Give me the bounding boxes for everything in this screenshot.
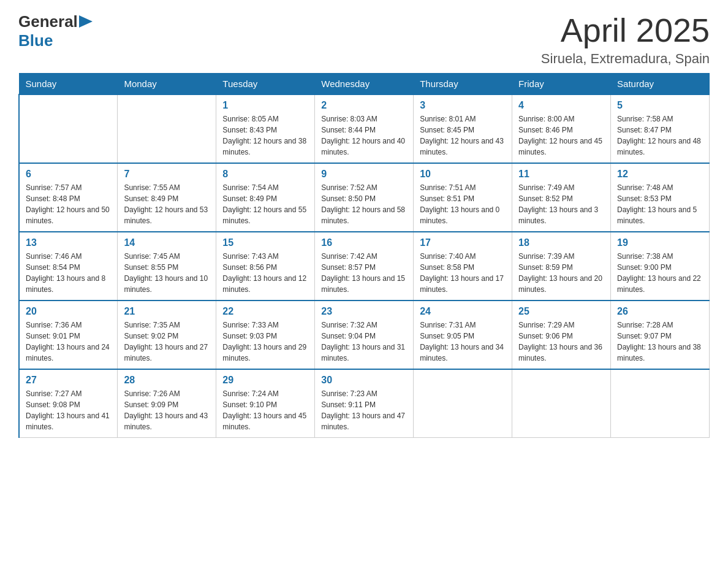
calendar-cell: 8Sunrise: 7:54 AMSunset: 8:49 PMDaylight… [216,163,315,232]
day-info: Sunrise: 8:00 AMSunset: 8:46 PMDaylight:… [518,113,604,158]
calendar-cell: 28Sunrise: 7:26 AMSunset: 9:09 PMDayligh… [118,369,216,438]
calendar-cell: 14Sunrise: 7:45 AMSunset: 8:55 PMDayligh… [118,232,216,301]
calendar-cell: 24Sunrise: 7:31 AMSunset: 9:05 PMDayligh… [414,301,512,369]
day-info: Sunrise: 7:49 AMSunset: 8:52 PMDaylight:… [518,182,604,226]
day-info: Sunrise: 7:32 AMSunset: 9:04 PMDaylight:… [321,320,407,364]
day-info: Sunrise: 7:42 AMSunset: 8:57 PMDaylight:… [321,251,407,295]
day-number: 18 [518,237,604,248]
day-info: Sunrise: 7:31 AMSunset: 9:05 PMDaylight:… [420,320,506,364]
day-number: 26 [617,306,703,317]
day-info: Sunrise: 7:36 AMSunset: 9:01 PMDaylight:… [26,320,111,364]
day-number: 14 [124,237,210,248]
day-info: Sunrise: 7:24 AMSunset: 9:10 PMDaylight:… [222,388,308,432]
day-number: 17 [420,237,506,248]
calendar-week-row-1: 1Sunrise: 8:05 AMSunset: 8:43 PMDaylight… [19,94,710,163]
day-info: Sunrise: 7:23 AMSunset: 9:11 PMDaylight:… [321,388,407,432]
day-number: 20 [26,306,111,317]
day-info: Sunrise: 7:58 AMSunset: 8:47 PMDaylight:… [617,113,703,158]
day-info: Sunrise: 7:26 AMSunset: 9:09 PMDaylight:… [124,388,210,432]
calendar-week-row-2: 6Sunrise: 7:57 AMSunset: 8:48 PMDaylight… [19,163,710,232]
day-number: 29 [222,375,308,386]
day-info: Sunrise: 7:29 AMSunset: 9:06 PMDaylight:… [518,320,604,364]
day-number: 3 [420,100,506,111]
day-number: 27 [26,375,111,386]
day-info: Sunrise: 7:43 AMSunset: 8:56 PMDaylight:… [222,251,308,295]
calendar-cell: 17Sunrise: 7:40 AMSunset: 8:58 PMDayligh… [414,232,512,301]
day-info: Sunrise: 7:38 AMSunset: 9:00 PMDaylight:… [617,251,703,295]
calendar-cell: 27Sunrise: 7:27 AMSunset: 9:08 PMDayligh… [19,369,118,438]
calendar-header-wednesday: Wednesday [315,74,414,95]
day-number: 13 [26,237,111,248]
logo-general: General [18,12,78,31]
calendar-cell: 19Sunrise: 7:38 AMSunset: 9:00 PMDayligh… [611,232,710,301]
calendar-cell: 30Sunrise: 7:23 AMSunset: 9:11 PMDayligh… [315,369,414,438]
day-info: Sunrise: 7:51 AMSunset: 8:51 PMDaylight:… [420,182,506,226]
day-number: 24 [420,306,506,317]
day-info: Sunrise: 7:57 AMSunset: 8:48 PMDaylight:… [26,182,111,226]
calendar-cell [19,94,118,163]
calendar-header-monday: Monday [118,74,216,95]
calendar-cell: 7Sunrise: 7:55 AMSunset: 8:49 PMDaylight… [118,163,216,232]
calendar-cell: 29Sunrise: 7:24 AMSunset: 9:10 PMDayligh… [216,369,315,438]
calendar-table: SundayMondayTuesdayWednesdayThursdayFrid… [18,73,710,438]
day-number: 5 [617,100,703,111]
calendar-week-row-4: 20Sunrise: 7:36 AMSunset: 9:01 PMDayligh… [19,301,710,369]
day-info: Sunrise: 7:45 AMSunset: 8:55 PMDaylight:… [124,251,210,295]
calendar-cell: 26Sunrise: 7:28 AMSunset: 9:07 PMDayligh… [611,301,710,369]
calendar-header-saturday: Saturday [611,74,710,95]
calendar-cell [414,369,512,438]
calendar-cell [118,94,216,163]
day-number: 28 [124,375,210,386]
calendar-cell: 23Sunrise: 7:32 AMSunset: 9:04 PMDayligh… [315,301,414,369]
calendar-cell: 6Sunrise: 7:57 AMSunset: 8:48 PMDaylight… [19,163,118,232]
day-number: 25 [518,306,604,317]
day-number: 6 [26,169,111,180]
day-info: Sunrise: 7:39 AMSunset: 8:59 PMDaylight:… [518,251,604,295]
day-number: 15 [222,237,308,248]
calendar-cell: 1Sunrise: 8:05 AMSunset: 8:43 PMDaylight… [216,94,315,163]
day-info: Sunrise: 7:33 AMSunset: 9:03 PMDaylight:… [222,320,308,364]
calendar-header-friday: Friday [512,74,611,95]
day-info: Sunrise: 7:55 AMSunset: 8:49 PMDaylight:… [124,182,210,226]
day-number: 2 [321,100,407,111]
day-number: 22 [222,306,308,317]
logo-blue: Blue [18,31,53,50]
day-info: Sunrise: 8:01 AMSunset: 8:45 PMDaylight:… [420,113,506,158]
day-number: 16 [321,237,407,248]
svg-marker-0 [79,15,93,28]
calendar-header-row: SundayMondayTuesdayWednesdayThursdayFrid… [19,74,710,95]
day-info: Sunrise: 7:28 AMSunset: 9:07 PMDaylight:… [617,320,703,364]
day-number: 7 [124,169,210,180]
logo-icon [79,15,93,28]
day-number: 19 [617,237,703,248]
month-title: April 2025 [541,12,710,48]
day-number: 1 [222,100,308,111]
day-number: 10 [420,169,506,180]
day-info: Sunrise: 7:40 AMSunset: 8:58 PMDaylight:… [420,251,506,295]
calendar-cell: 5Sunrise: 7:58 AMSunset: 8:47 PMDaylight… [611,94,710,163]
day-number: 12 [617,169,703,180]
calendar-cell: 9Sunrise: 7:52 AMSunset: 8:50 PMDaylight… [315,163,414,232]
location-title: Siruela, Extremadura, Spain [541,51,710,67]
day-number: 11 [518,169,604,180]
calendar-cell [611,369,710,438]
logo: General Blue [18,12,93,50]
calendar-cell: 15Sunrise: 7:43 AMSunset: 8:56 PMDayligh… [216,232,315,301]
day-number: 9 [321,169,407,180]
day-number: 30 [321,375,407,386]
calendar-cell: 4Sunrise: 8:00 AMSunset: 8:46 PMDaylight… [512,94,611,163]
day-info: Sunrise: 8:05 AMSunset: 8:43 PMDaylight:… [222,113,308,158]
calendar-cell: 20Sunrise: 7:36 AMSunset: 9:01 PMDayligh… [19,301,118,369]
calendar-cell: 21Sunrise: 7:35 AMSunset: 9:02 PMDayligh… [118,301,216,369]
title-block: April 2025 Siruela, Extremadura, Spain [541,12,710,67]
day-info: Sunrise: 7:46 AMSunset: 8:54 PMDaylight:… [26,251,111,295]
calendar-header-thursday: Thursday [414,74,512,95]
calendar-cell: 11Sunrise: 7:49 AMSunset: 8:52 PMDayligh… [512,163,611,232]
calendar-week-row-5: 27Sunrise: 7:27 AMSunset: 9:08 PMDayligh… [19,369,710,438]
day-number: 8 [222,169,308,180]
day-info: Sunrise: 7:52 AMSunset: 8:50 PMDaylight:… [321,182,407,226]
day-info: Sunrise: 7:54 AMSunset: 8:49 PMDaylight:… [222,182,308,226]
calendar-cell: 10Sunrise: 7:51 AMSunset: 8:51 PMDayligh… [414,163,512,232]
day-number: 21 [124,306,210,317]
day-info: Sunrise: 7:48 AMSunset: 8:53 PMDaylight:… [617,182,703,226]
